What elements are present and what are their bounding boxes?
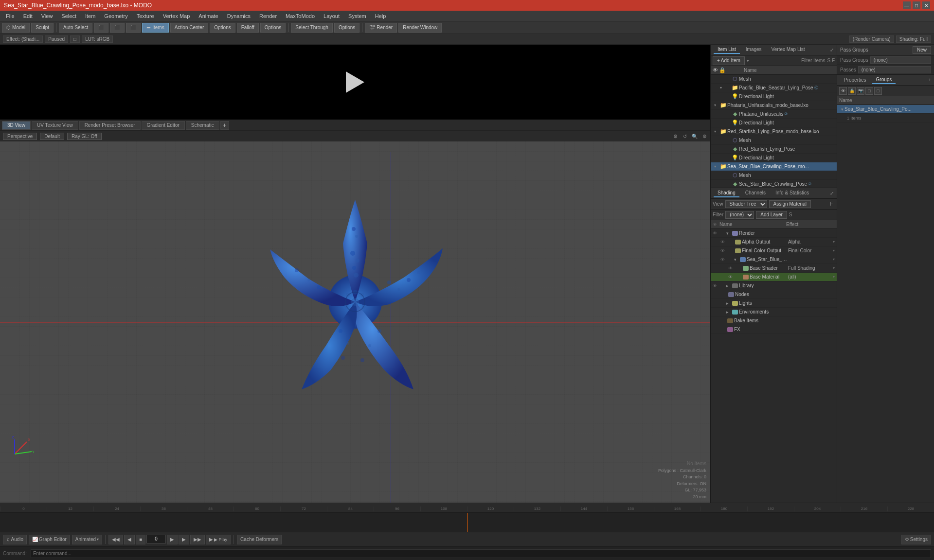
menu-edit[interactable]: Edit [19, 12, 36, 20]
menu-animate[interactable]: Animate [195, 12, 222, 20]
tree-item-light2[interactable]: 💡 Directional Light [711, 119, 837, 127]
groups-icon-btn1[interactable]: □ [865, 87, 873, 95]
tab-render-preset-browser[interactable]: Render Preset Browser [79, 121, 141, 130]
eye-toggle-button[interactable]: 👁 [839, 87, 847, 95]
passes-value[interactable]: (none) [858, 66, 931, 73]
tab-item-list[interactable]: Item List [714, 46, 740, 54]
tab-3d-view[interactable]: 3D View [2, 121, 31, 130]
tab-properties[interactable]: Properties [840, 76, 870, 84]
lock-toggle-button[interactable]: 🔒 [848, 87, 856, 95]
shader-item-library[interactable]: 👁 ▸ Library [711, 281, 837, 290]
default-label[interactable]: Default [40, 133, 64, 140]
menu-system[interactable]: System [344, 12, 370, 20]
dropdown-arrow[interactable]: ▾ [833, 257, 835, 262]
dropdown-arrow[interactable]: ▾ [833, 266, 835, 270]
tab-info-statistics[interactable]: Info & Statistics [772, 189, 813, 197]
menu-item[interactable]: Item [81, 12, 99, 20]
perspective-label[interactable]: Perspective [3, 133, 37, 140]
audio-button[interactable]: ♫ Audio [3, 535, 27, 544]
dropdown-arrow[interactable]: ▾ [833, 248, 835, 253]
tree-item-phataria-group[interactable]: ▾ 📁 Phataria_Unifascialis_modo_base.lxo [711, 101, 837, 110]
prev-frame-button[interactable]: ◀ [124, 535, 135, 544]
tree-item-red-pose[interactable]: ◆ Red_Starfish_Lying_Pose [711, 145, 837, 154]
options-button-1[interactable]: Options [210, 23, 235, 33]
animated-button[interactable]: Animated ▾ [72, 535, 102, 544]
tree-item-seastar-mesh[interactable]: ⬡ Mesh [711, 171, 837, 180]
menu-vertex-map[interactable]: Vertex Map [159, 12, 194, 20]
shader-item-seastar-group[interactable]: 👁 ▾ Sea_Star_Blue_Crawling_P... ▾ [711, 255, 837, 264]
tree-item-red-mesh[interactable]: ⬡ Mesh [711, 136, 837, 145]
tab-gradient-editor[interactable]: Gradient Editor [142, 121, 185, 130]
next-key-button[interactable]: ▶▶ [190, 535, 205, 544]
command-input[interactable] [31, 549, 931, 558]
play-button[interactable]: ▶ ▶ Play [206, 535, 231, 544]
tree-item-light3[interactable]: 💡 Directional Light [711, 154, 837, 162]
dropdown-arrow[interactable]: ▾ [833, 275, 835, 279]
menu-file[interactable]: File [2, 12, 18, 20]
render-window-button[interactable]: Render Window [398, 23, 442, 33]
groups-icon-btn2[interactable]: □ [874, 87, 882, 95]
dropdown-arrow[interactable]: ▾ [747, 58, 749, 63]
tree-item-light1[interactable]: 💡 Directional Light [711, 92, 837, 101]
tree-item-seastar-group[interactable]: ▾ 📁 Sea_Star_Blue_Crawling_Pose_mo... [711, 162, 837, 171]
menu-help[interactable]: Help [371, 12, 390, 20]
shader-item-fx[interactable]: FX [711, 325, 837, 334]
menu-geometry[interactable]: Geometry [100, 12, 131, 20]
shader-item-final-color[interactable]: 👁 Final Color Output Final Color ▾ [711, 246, 837, 255]
tree-item-mesh1[interactable]: ⬡ Mesh [711, 75, 837, 84]
viewport-icon-4[interactable]: ⚙ [700, 132, 708, 140]
tab-images[interactable]: Images [742, 46, 766, 54]
shader-item-nodes[interactable]: Nodes [711, 290, 837, 299]
shader-item-render[interactable]: 👁 ▾ Render [711, 229, 837, 238]
stop-button[interactable]: ■ [136, 535, 145, 544]
play-forward-button[interactable]: ▶ [167, 535, 178, 544]
action-center-button[interactable]: Action Center [170, 23, 209, 33]
menu-select[interactable]: Select [57, 12, 80, 20]
assign-material-button[interactable]: Assign Material [769, 200, 811, 208]
shader-item-environments[interactable]: ▸ Environments [711, 308, 837, 316]
tree-item-red-group[interactable]: ▾ 📁 Red_Starfish_Lying_Pose_modo_base.lx… [711, 127, 837, 136]
toolbar-icon1[interactable]: ⬛ [94, 23, 108, 33]
model-button[interactable]: ⬡ Model [2, 23, 30, 33]
menu-layout[interactable]: Layout [320, 12, 343, 20]
filter-dropdown[interactable]: (none) [725, 211, 754, 219]
tree-item-pacific[interactable]: ▾ 📁 Pacific_Blue_Seastar_Lying_Pose ⓪ [711, 84, 837, 92]
viewport-icon-3[interactable]: 🔍 [691, 132, 699, 140]
viewport-icon-2[interactable]: ↺ [681, 132, 689, 140]
shader-item-lights[interactable]: ▸ Lights [711, 299, 837, 308]
shader-item-base-shader[interactable]: 👁 Base Shader Full Shading ▾ [711, 264, 837, 273]
viewport-3d[interactable]: Perspective Default Ray GL: Off ⚙ ↺ 🔍 ⚙ [0, 131, 710, 503]
menu-texture[interactable]: Texture [133, 12, 158, 20]
timeline-track[interactable] [0, 513, 934, 532]
menu-view[interactable]: View [37, 12, 57, 20]
tab-groups[interactable]: Groups [872, 76, 896, 84]
sculpt-button[interactable]: Sculpt [31, 23, 54, 33]
auto-select-button[interactable]: Auto Select [59, 23, 92, 33]
shader-item-alpha[interactable]: 👁 Alpha Output Alpha ▾ [711, 238, 837, 246]
shader-tree-dropdown[interactable]: Shader Tree [725, 200, 767, 208]
dropdown-arrow[interactable]: ▾ [833, 240, 835, 244]
tab-schematic[interactable]: Schematic [186, 121, 219, 130]
current-frame-input[interactable] [146, 535, 166, 543]
toolbar-icon2[interactable]: ⬛ [110, 23, 125, 33]
options-button-2[interactable]: Options [260, 23, 286, 33]
tree-item-phataria[interactable]: ◆ Phataria_Unifascalis ② [711, 110, 837, 119]
new-button[interactable]: New [913, 46, 931, 54]
menu-dynamics[interactable]: Dynamics [223, 12, 254, 20]
menu-maxtomod[interactable]: MaxToModo [282, 12, 319, 20]
viewport-icon-1[interactable]: ⚙ [671, 132, 679, 140]
preview-play-button[interactable] [343, 70, 367, 94]
close-button[interactable]: ✕ [922, 1, 930, 9]
graph-editor-button[interactable]: 📈 Graph Editor [29, 535, 70, 544]
group-item-seastar[interactable]: ▾ Sea_Star_Blue_Crawling_Po... [837, 105, 934, 114]
add-layer-button[interactable]: Add Layer [756, 211, 787, 219]
raygl-label[interactable]: Ray GL: Off [67, 133, 102, 140]
minimize-button[interactable]: — [903, 1, 911, 9]
next-frame-button[interactable]: ▶ [179, 535, 189, 544]
shader-item-base-material[interactable]: 👁 Base Material (all) ▾ [711, 273, 837, 281]
shader-item-bake-items[interactable]: Bake Items [711, 316, 837, 325]
toolbar-icon3[interactable]: ⬛ [126, 23, 141, 33]
options-button-3[interactable]: Options [334, 23, 359, 33]
pass-groups-value[interactable]: (none) [870, 56, 931, 64]
cache-deformers-button[interactable]: Cache Deformers [237, 535, 282, 544]
